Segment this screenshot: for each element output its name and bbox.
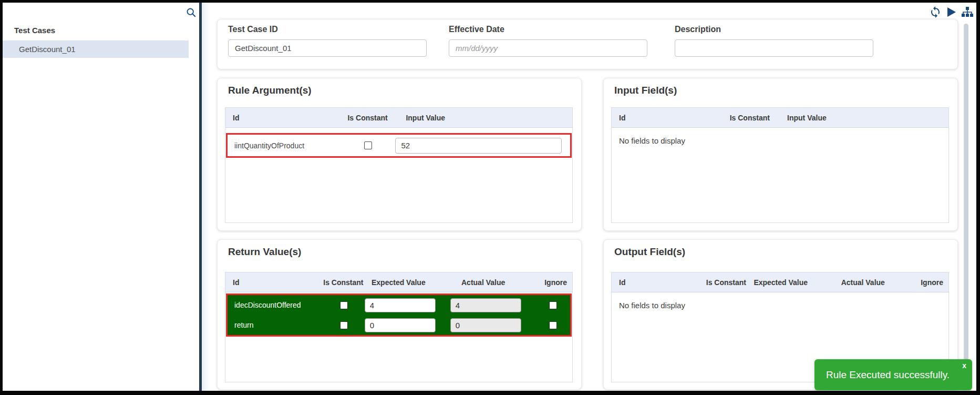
input-fields-table: Id Is Constant Input Value No fields to …: [611, 107, 949, 223]
col-id: Id: [225, 114, 340, 122]
refresh-icon[interactable]: [929, 6, 942, 18]
expected-value-field[interactable]: [365, 318, 436, 332]
effective-date-field-group: Effective Date: [449, 25, 647, 57]
actual-value-field[interactable]: [450, 298, 521, 312]
return-values-header: Id Is Constant Expected Value Actual Val…: [225, 272, 572, 292]
argument-id: iintQuantityOfProduct: [228, 141, 341, 150]
col-is-constant: Is Constant: [706, 278, 746, 287]
actual-value-field[interactable]: [450, 318, 521, 332]
output-fields-empty-message: No fields to display: [612, 292, 948, 310]
return-value-row: idecDiscountOffered: [228, 295, 570, 315]
app-window: Test Cases GetDiscount_01 Test Case ID E…: [0, 0, 980, 395]
col-expected-value: Expected Value: [746, 278, 830, 287]
col-expected-value: Expected Value: [364, 278, 451, 287]
is-constant-checkbox[interactable]: [340, 301, 348, 309]
is-constant-checkbox[interactable]: [340, 321, 348, 329]
sidebar-title: Test Cases: [14, 26, 55, 35]
col-id: Id: [225, 278, 323, 287]
col-is-constant: Is Constant: [340, 114, 396, 122]
col-id: Id: [612, 114, 723, 122]
rule-arguments-panel: Rule Argument(s) Id Is Constant Input Va…: [217, 78, 582, 231]
input-fields-title: Input Field(s): [614, 85, 677, 96]
vertical-scrollbar-thumb[interactable]: [964, 24, 968, 360]
sidebar-item-label: GetDiscount_01: [3, 45, 76, 54]
return-id: return: [228, 321, 324, 329]
description-field-group: Description: [675, 25, 873, 57]
test-case-id-input[interactable]: [228, 39, 427, 57]
sidebar-divider: [202, 3, 210, 391]
run-icon[interactable]: [945, 6, 957, 18]
col-actual-value: Actual Value: [831, 278, 915, 287]
hierarchy-icon[interactable]: [961, 6, 974, 18]
input-fields-header: Id Is Constant Input Value: [612, 108, 948, 128]
close-icon[interactable]: x: [962, 361, 966, 370]
col-ignore: Ignore: [915, 278, 948, 287]
return-values-title: Return Value(s): [228, 246, 301, 258]
effective-date-label: Effective Date: [449, 25, 647, 34]
expected-value-field[interactable]: [365, 298, 436, 312]
output-fields-title: Output Field(s): [614, 246, 685, 258]
ignore-checkbox[interactable]: [549, 321, 557, 329]
return-id: idecDiscountOffered: [228, 301, 324, 309]
return-values-table: Id Is Constant Expected Value Actual Val…: [225, 272, 573, 382]
return-value-row: return: [228, 315, 570, 335]
effective-date-input[interactable]: [449, 39, 647, 57]
col-input-value: Input Value: [777, 114, 948, 122]
col-is-constant: Is Constant: [723, 114, 777, 122]
description-label: Description: [675, 25, 873, 34]
sidebar: Test Cases GetDiscount_01: [3, 3, 202, 391]
output-fields-header: Id Is Constant Expected Value Actual Val…: [612, 272, 948, 292]
input-value-field[interactable]: [395, 138, 562, 154]
toast-message: Rule Executed successfully.: [826, 359, 950, 390]
input-fields-empty-message: No fields to display: [612, 128, 948, 145]
col-actual-value: Actual Value: [451, 278, 538, 287]
test-case-id-label: Test Case ID: [228, 25, 427, 34]
rule-arguments-title: Rule Argument(s): [228, 85, 312, 96]
sidebar-item-testcase[interactable]: GetDiscount_01: [3, 40, 189, 58]
test-case-form-panel: Test Case ID Effective Date Description: [217, 19, 958, 69]
return-values-panel: Return Value(s) Id Is Constant Expected …: [217, 239, 582, 390]
col-ignore: Ignore: [538, 278, 572, 287]
col-is-constant: Is Constant: [323, 278, 364, 287]
test-case-id-field-group: Test Case ID: [228, 25, 427, 57]
return-values-result-block: idecDiscountOffered return: [226, 293, 572, 337]
description-input[interactable]: [675, 39, 873, 57]
is-constant-checkbox[interactable]: [364, 141, 372, 149]
ignore-checkbox[interactable]: [549, 301, 557, 309]
col-id: Id: [612, 278, 706, 287]
input-fields-panel: Input Field(s) Id Is Constant Input Valu…: [603, 78, 958, 231]
rule-arguments-header: Id Is Constant Input Value: [225, 108, 572, 128]
rule-argument-row: iintQuantityOfProduct: [226, 133, 572, 158]
rule-arguments-table: Id Is Constant Input Value iintQuantityO…: [225, 107, 573, 223]
search-icon[interactable]: [185, 7, 197, 18]
col-input-value: Input Value: [395, 114, 572, 122]
success-toast: Rule Executed successfully. x: [814, 359, 972, 390]
